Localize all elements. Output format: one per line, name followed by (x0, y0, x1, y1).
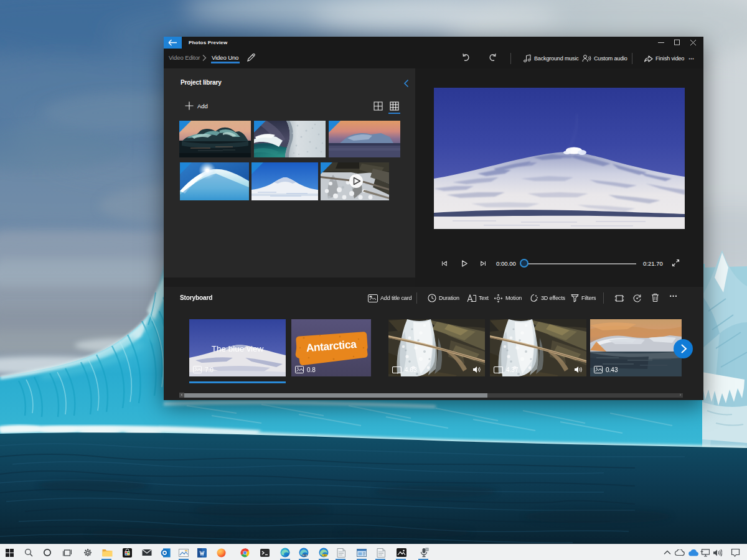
svg-text:BETA: BETA (302, 554, 308, 557)
svg-text:CAN: CAN (322, 554, 327, 557)
